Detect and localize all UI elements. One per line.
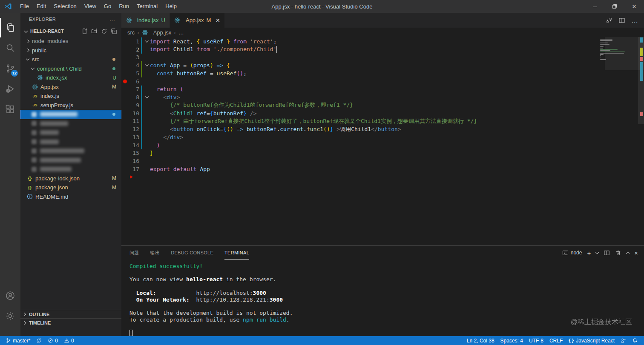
- new-folder-icon[interactable]: [91, 28, 98, 34]
- tree-item-public[interactable]: public: [20, 46, 121, 55]
- explorer-more-icon[interactable]: …: [109, 16, 115, 23]
- code-line-5[interactable]: 5 const buttonRef = useRef();: [121, 69, 638, 77]
- code-line-6[interactable]: 6: [121, 77, 638, 86]
- code-line-12[interactable]: 12 <button onClick={() => buttonRef.curr…: [121, 125, 638, 133]
- tree-item-component-child[interactable]: component \ Child: [20, 64, 121, 74]
- panel-tab-terminal[interactable]: TERMINAL: [224, 246, 249, 259]
- open-changes-icon[interactable]: [606, 17, 612, 24]
- close-panel-icon[interactable]: ×: [634, 249, 638, 257]
- terminal-selector[interactable]: node: [562, 250, 582, 256]
- fold-gutter[interactable]: [144, 97, 150, 98]
- code-line-17[interactable]: 17export default App: [121, 165, 638, 173]
- new-terminal-icon[interactable]: +: [587, 249, 591, 257]
- code-line-16[interactable]: 16: [121, 157, 638, 165]
- menu-terminal[interactable]: Terminal: [133, 0, 161, 13]
- fold-chevron-icon[interactable]: [145, 63, 148, 66]
- restore-button[interactable]: [605, 0, 624, 13]
- breadcrumb-item[interactable]: src: [127, 29, 135, 36]
- tree-item-index-js[interactable]: JSindex.js: [20, 91, 121, 101]
- code-line-14[interactable]: 14 ): [121, 141, 638, 149]
- status-errors[interactable]: 0: [45, 336, 61, 345]
- new-file-icon[interactable]: [81, 28, 88, 34]
- status-notifications[interactable]: [629, 336, 641, 345]
- collapse-all-icon[interactable]: [111, 28, 117, 34]
- tree-item-node-modules[interactable]: node_modules: [20, 37, 121, 46]
- split-terminal-icon[interactable]: [604, 250, 610, 256]
- tree-item-redacted[interactable]: [20, 165, 121, 174]
- tree-item-package-lock-json[interactable]: {}package-lock.jsonM: [20, 174, 121, 183]
- tree-item-redacted[interactable]: [20, 137, 121, 147]
- terminal-prompt[interactable]: [129, 330, 635, 336]
- tree-item-redacted[interactable]: [20, 146, 121, 156]
- refresh-icon[interactable]: [101, 28, 107, 34]
- status-sync[interactable]: [33, 336, 45, 345]
- tree-item-redacted[interactable]: [20, 119, 121, 128]
- close-tab-icon[interactable]: ✕: [215, 17, 220, 24]
- status-indentation[interactable]: Spaces: 4: [497, 336, 526, 345]
- status-language-mode[interactable]: { }JavaScript React: [566, 336, 618, 345]
- fold-gutter[interactable]: [144, 65, 150, 66]
- code-line-10[interactable]: 10 <Child1 ref={buttonRef} />: [121, 109, 638, 117]
- status-git-branch[interactable]: master*: [3, 336, 33, 345]
- status-eol[interactable]: CRLF: [546, 336, 566, 345]
- breadcrumb-item[interactable]: …: [178, 29, 184, 36]
- tree-item-redacted[interactable]: [20, 110, 121, 119]
- settings-gear-icon[interactable]: [0, 306, 20, 326]
- code-line-2[interactable]: 2import Child1 from './component/Child': [121, 46, 638, 54]
- breakpoint-gutter[interactable]: [121, 80, 128, 83]
- status-encoding[interactable]: UTF-8: [526, 336, 546, 345]
- tree-item-redacted[interactable]: [20, 128, 121, 137]
- split-editor-icon[interactable]: [618, 17, 625, 24]
- code-line-11[interactable]: 11 {/* 由于forwardRef直接把Child1整个封装好了，butto…: [121, 117, 638, 125]
- panel-tab-问题[interactable]: 问题: [129, 246, 139, 259]
- project-root-row[interactable]: HELLO-REACT: [20, 26, 121, 36]
- menu-go[interactable]: Go: [100, 0, 115, 13]
- status-cursor-position[interactable]: Ln 2, Col 38: [464, 336, 497, 345]
- panel-tab-debug-console[interactable]: DEBUG CONSOLE: [171, 246, 213, 259]
- fold-gutter[interactable]: [144, 41, 150, 42]
- code-line-7[interactable]: 7 return (: [121, 86, 638, 94]
- fold-chevron-icon[interactable]: [145, 39, 148, 43]
- menu-help[interactable]: Help: [161, 0, 181, 13]
- source-control-icon[interactable]: 12: [0, 59, 20, 78]
- breakpoint-icon[interactable]: [123, 80, 127, 83]
- run-debug-icon[interactable]: [0, 79, 20, 99]
- code-line-1[interactable]: 1import React, { useRef } from 'react';: [121, 37, 638, 46]
- menu-selection[interactable]: Selection: [50, 0, 80, 13]
- minimize-button[interactable]: ─: [585, 0, 605, 13]
- code-line-3[interactable]: 3: [121, 54, 638, 62]
- tab-app.jsx[interactable]: App.jsxM✕: [170, 13, 225, 28]
- code-editor[interactable]: 1import React, { useRef } from 'react';2…: [121, 37, 644, 245]
- tree-item-index-jsx[interactable]: index.jsxU: [20, 73, 121, 83]
- code-line-15[interactable]: 15}: [121, 149, 638, 157]
- explorer-icon[interactable]: [0, 18, 20, 37]
- menu-edit[interactable]: Edit: [33, 0, 50, 13]
- fold-chevron-icon[interactable]: [145, 95, 148, 98]
- menu-run[interactable]: Run: [115, 0, 133, 13]
- breadcrumb-item[interactable]: App.jsx: [153, 29, 172, 36]
- tree-item-package-json[interactable]: {}package.jsonM: [20, 183, 121, 192]
- menu-file[interactable]: File: [16, 0, 33, 13]
- tree-item-app-jsx[interactable]: App.jsxM: [20, 83, 121, 92]
- tree-item-readme-md[interactable]: README.md: [20, 192, 121, 202]
- search-icon[interactable]: [0, 38, 20, 58]
- status-feedback[interactable]: [618, 336, 629, 345]
- minimap[interactable]: [599, 37, 638, 88]
- kill-terminal-icon[interactable]: [615, 250, 621, 256]
- terminal-output[interactable]: Compiled successfully! You can now view …: [129, 263, 635, 336]
- tab-index.jsx[interactable]: index.jsxU: [121, 13, 170, 28]
- close-window-button[interactable]: ✕: [624, 0, 644, 13]
- maximize-panel-icon[interactable]: [626, 251, 630, 255]
- terminal-dropdown-icon[interactable]: [595, 250, 599, 254]
- code-line-13[interactable]: 13 </div>: [121, 133, 638, 141]
- outline-section[interactable]: OUTLINE: [20, 310, 121, 318]
- code-line-8[interactable]: 8 <div>: [121, 93, 638, 101]
- editor-more-actions-icon[interactable]: …: [631, 17, 638, 24]
- status-warnings[interactable]: 0: [61, 336, 77, 345]
- code-line-4[interactable]: 4const App = (props) => {: [121, 61, 638, 69]
- panel-tab-输出[interactable]: 输出: [150, 246, 160, 259]
- code-line-9[interactable]: 9 {/* buttonRef会作为Child1的forwardRef的ref参…: [121, 101, 638, 109]
- extensions-icon[interactable]: [0, 100, 20, 119]
- tree-item-src[interactable]: src: [20, 55, 121, 64]
- menu-view[interactable]: View: [80, 0, 100, 13]
